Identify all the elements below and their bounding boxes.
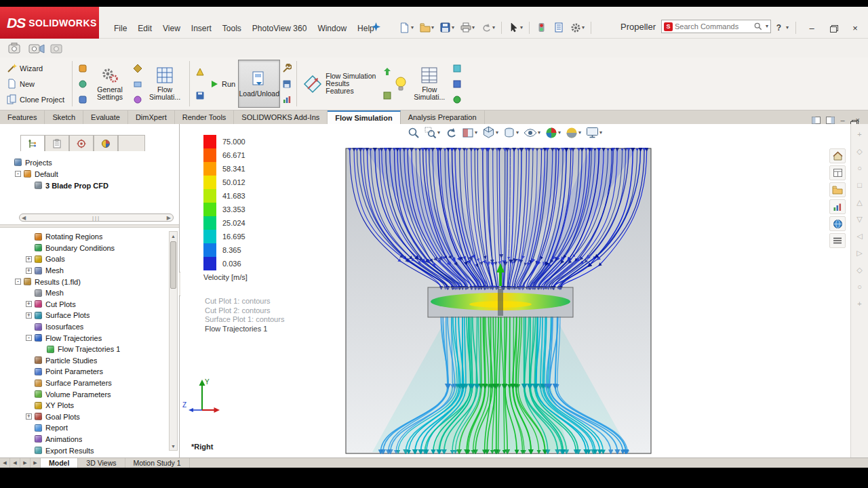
menu-window[interactable]: Window xyxy=(312,21,352,36)
menu-edit[interactable]: Edit xyxy=(132,21,157,36)
tree-item-flow-trajectories-1[interactable]: Flow Trajectories 1 xyxy=(4,344,168,355)
chevron-down-icon[interactable]: ▾ xyxy=(437,130,440,136)
tree-item-active-project[interactable]: 3 Blade Prop CFD xyxy=(4,180,174,191)
tree-item-cut-plots[interactable]: +Cut Plots xyxy=(4,299,168,310)
tree-item-surface-parameters[interactable]: Surface Parameters xyxy=(4,378,168,389)
tab-sketch[interactable]: Sketch xyxy=(45,110,83,124)
lightbulb-icon[interactable] xyxy=(393,75,408,93)
sketch-tool-icon[interactable]: ◇ xyxy=(854,264,866,276)
load-unload-button[interactable]: Load/Unload xyxy=(238,60,280,108)
flow-simulation-tool-button-a[interactable]: Flow Simulati... xyxy=(144,60,186,108)
green-arrows-icon[interactable] xyxy=(382,67,392,77)
small-tool-icon[interactable] xyxy=(195,67,205,77)
chevron-down-icon[interactable]: ▾ xyxy=(492,25,495,30)
chevron-down-icon[interactable]: ▾ xyxy=(558,130,561,136)
search-icon[interactable] xyxy=(754,22,763,31)
restore-button[interactable] xyxy=(825,22,842,34)
expand-toggle[interactable]: + xyxy=(26,301,32,307)
rebuild-button[interactable] xyxy=(534,20,549,35)
chevron-down-icon[interactable]: ▾ xyxy=(411,25,414,30)
chevron-down-icon[interactable]: ▾ xyxy=(520,25,523,30)
expand-toggle[interactable]: + xyxy=(26,256,32,262)
chevron-down-icon[interactable]: ▾ xyxy=(582,25,585,30)
run-button[interactable]: Run xyxy=(206,78,238,89)
menu-insert[interactable]: Insert xyxy=(186,21,217,36)
floppy-blue-icon[interactable] xyxy=(281,79,292,89)
help-button[interactable]: ? xyxy=(776,23,781,33)
small-tool-icon[interactable] xyxy=(382,90,392,100)
tree-item-results[interactable]: -Results (1.fld) xyxy=(4,276,168,287)
select-button[interactable]: ▾ xyxy=(506,20,525,35)
scroll-left-arrow[interactable]: ◀ xyxy=(22,215,26,221)
list-icon[interactable] xyxy=(829,233,846,248)
menu-tools[interactable]: Tools xyxy=(217,21,247,36)
expand-toggle[interactable]: - xyxy=(15,279,21,285)
sketch-tool-icon[interactable]: ○ xyxy=(854,281,866,293)
wizard-button[interactable]: Wizard xyxy=(4,62,67,74)
zoom-fit-icon[interactable] xyxy=(408,127,420,139)
camera-icon-2[interactable] xyxy=(28,41,45,55)
sketch-tool-icon[interactable]: + xyxy=(854,128,866,140)
small-tool-icon[interactable] xyxy=(132,79,142,89)
display-style-icon[interactable]: ▾ xyxy=(503,127,519,139)
sketch-tool-icon[interactable]: □ xyxy=(854,179,866,191)
sketch-tool-icon[interactable]: ○ xyxy=(854,162,866,174)
tab-scroll-left[interactable]: ◀ xyxy=(10,458,20,468)
view-settings-monitor-icon[interactable]: ▾ xyxy=(586,127,602,138)
general-settings-button[interactable]: General Settings xyxy=(89,60,131,108)
chevron-down-icon[interactable]: ▾ xyxy=(538,130,540,136)
zoom-area-icon[interactable]: ▾ xyxy=(425,127,440,139)
tab-evaluate[interactable]: Evaluate xyxy=(83,110,128,124)
tree-item-boundary-conditions[interactable]: Boundary Conditions xyxy=(4,243,168,254)
tree-item-export-results[interactable]: Export Results xyxy=(4,445,168,456)
chevron-down-icon[interactable]: ▾ xyxy=(475,130,477,136)
file-properties-button[interactable] xyxy=(551,20,566,35)
chevron-down-icon[interactable]: ▾ xyxy=(431,25,434,30)
tree-item-flow-trajectories[interactable]: -Flow Trajectories xyxy=(4,332,168,344)
tree-item-animations[interactable]: Animations xyxy=(4,434,168,445)
tab-scroll-last[interactable]: ▶ xyxy=(31,458,41,468)
flow-simulation-tool-button-b[interactable]: Flow Simulati... xyxy=(408,60,450,108)
wrench-icon[interactable] xyxy=(281,63,292,73)
apply-scene-ball-icon[interactable]: ▾ xyxy=(566,127,581,139)
hide-show-items-eye-icon[interactable]: ▾ xyxy=(524,128,540,138)
tree-item-isosurfaces[interactable]: Isosurfaces xyxy=(4,321,168,333)
tab-3d-views[interactable]: 3D Views xyxy=(78,458,125,468)
expand-toggle[interactable]: + xyxy=(26,268,32,274)
tree-item-surface-plots[interactable]: +Surface Plots xyxy=(4,310,168,321)
expand-toggle[interactable]: + xyxy=(26,413,32,420)
tab-motion-study-1[interactable]: Motion Study 1 xyxy=(125,458,190,468)
scroll-up-arrow[interactable]: ▲ xyxy=(170,232,177,240)
resources-star-icon[interactable] xyxy=(370,21,382,33)
clone-project-button[interactable]: Clone Project xyxy=(4,94,67,105)
chevron-down-icon[interactable]: ▾ xyxy=(578,130,581,136)
view-orientation-cube-icon[interactable]: ▾ xyxy=(482,126,498,139)
vertical-scrollbar[interactable]: ▲ ▼ xyxy=(169,231,178,451)
chevron-down-icon[interactable]: ▾ xyxy=(599,130,602,136)
small-tool-icon[interactable] xyxy=(132,63,142,73)
tree-item-volume-parameters[interactable]: Volume Parameters xyxy=(4,388,168,400)
cfd-flow-visualization[interactable] xyxy=(345,148,652,454)
small-tool-icon[interactable] xyxy=(452,94,462,104)
tab-analysis-preparation[interactable]: Analysis Preparation xyxy=(401,110,485,124)
tab-property-manager[interactable] xyxy=(45,135,69,151)
tab-model[interactable]: Model xyxy=(41,458,78,468)
edit-appearance-ball-icon[interactable]: ▾ xyxy=(545,127,561,139)
new-document-button[interactable]: ▾ xyxy=(397,20,416,35)
scroll-down-arrow[interactable]: ▼ xyxy=(170,442,177,450)
previous-view-icon[interactable] xyxy=(445,127,457,139)
chevron-down-icon[interactable]: ▾ xyxy=(786,25,789,30)
sketch-tool-icon[interactable]: ◁ xyxy=(854,230,866,242)
close-button[interactable]: × xyxy=(846,22,864,34)
minimize-button[interactable]: – xyxy=(803,22,821,34)
globe-icon[interactable] xyxy=(829,216,846,231)
small-tool-icon[interactable] xyxy=(452,79,462,89)
tab-configuration-manager[interactable] xyxy=(69,135,94,151)
sketch-tool-icon[interactable]: + xyxy=(854,298,866,310)
tab-scroll-right[interactable]: ▶ xyxy=(20,458,31,468)
sketch-tool-icon[interactable]: ▽ xyxy=(854,213,866,225)
tab-scroll-first[interactable]: ◀ xyxy=(0,458,10,468)
tree-item-goal-plots[interactable]: +Goal Plots xyxy=(4,411,168,423)
tree-item-xy-plots[interactable]: XY Plots xyxy=(4,400,168,411)
file-explorer-folder-icon[interactable] xyxy=(829,182,846,197)
